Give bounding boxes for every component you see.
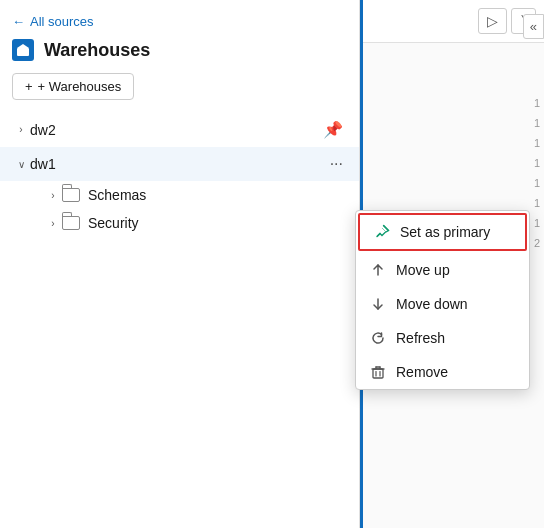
sidebar-tree: › dw2 📌 ∨ dw1 ··· › Schemas › Security xyxy=(0,112,359,528)
sidebar-title-row: Warehouses xyxy=(0,39,359,69)
folder-icon xyxy=(62,188,80,202)
refresh-icon xyxy=(370,330,386,346)
play-button[interactable]: ▷ xyxy=(478,8,507,34)
context-menu: Set as primary Move up Move down xyxy=(355,210,530,390)
menu-item-move-up[interactable]: Move up xyxy=(356,253,529,287)
page-title: Warehouses xyxy=(44,40,150,61)
folder-icon xyxy=(62,216,80,230)
collapse-button[interactable]: « xyxy=(523,14,544,39)
tree-item-dw1[interactable]: ∨ dw1 ··· xyxy=(0,147,359,181)
trash-icon xyxy=(370,364,386,380)
svg-marker-1 xyxy=(17,44,29,48)
schemas-label: Schemas xyxy=(88,187,347,203)
move-up-label: Move up xyxy=(396,262,450,278)
pin-icon xyxy=(374,224,390,240)
svg-rect-4 xyxy=(373,369,383,378)
chevron-right-icon: › xyxy=(44,218,62,229)
collapse-icon: « xyxy=(530,19,537,34)
arrow-up-icon xyxy=(370,262,386,278)
pin-icon[interactable]: 📌 xyxy=(319,118,347,141)
security-label: Security xyxy=(88,215,347,231)
menu-item-refresh[interactable]: Refresh xyxy=(356,321,529,355)
back-button[interactable]: ← All sources xyxy=(12,14,94,29)
set-primary-label: Set as primary xyxy=(400,224,490,240)
tree-item-label: dw2 xyxy=(30,122,319,138)
tree-item-security[interactable]: › Security xyxy=(0,209,359,237)
chevron-right-icon: › xyxy=(12,124,30,135)
menu-item-move-down[interactable]: Move down xyxy=(356,287,529,321)
remove-label: Remove xyxy=(396,364,448,380)
menu-item-set-primary-wrapper: Set as primary xyxy=(358,213,527,251)
warehouse-icon xyxy=(12,39,34,61)
sidebar: ← All sources Warehouses + + Warehouses … xyxy=(0,0,360,528)
dw2-actions: 📌 xyxy=(319,118,347,141)
arrow-down-icon xyxy=(370,296,386,312)
more-options-button[interactable]: ··· xyxy=(326,153,347,175)
menu-item-set-primary[interactable]: Set as primary xyxy=(360,215,525,249)
svg-rect-0 xyxy=(17,48,29,56)
chevron-right-icon: › xyxy=(44,190,62,201)
menu-item-remove[interactable]: Remove xyxy=(356,355,529,389)
tree-item-schemas[interactable]: › Schemas xyxy=(0,181,359,209)
move-down-label: Move down xyxy=(396,296,468,312)
back-label: All sources xyxy=(30,14,94,29)
right-toolbar: ▷ ˅ xyxy=(363,0,544,43)
tree-item-dw2[interactable]: › dw2 📌 xyxy=(0,112,359,147)
tree-item-label: dw1 xyxy=(30,156,326,172)
line-numbers: 1 1 1 1 1 1 1 2 xyxy=(534,93,540,253)
add-button-label: + Warehouses xyxy=(38,79,122,94)
refresh-label: Refresh xyxy=(396,330,445,346)
dw1-actions: ··· xyxy=(326,153,347,175)
chevron-down-icon: ∨ xyxy=(12,159,30,170)
play-icon: ▷ xyxy=(487,13,498,29)
back-arrow-icon: ← xyxy=(12,14,25,29)
plus-icon: + xyxy=(25,79,33,94)
add-warehouses-button[interactable]: + + Warehouses xyxy=(12,73,134,100)
sidebar-header: ← All sources xyxy=(0,0,359,39)
